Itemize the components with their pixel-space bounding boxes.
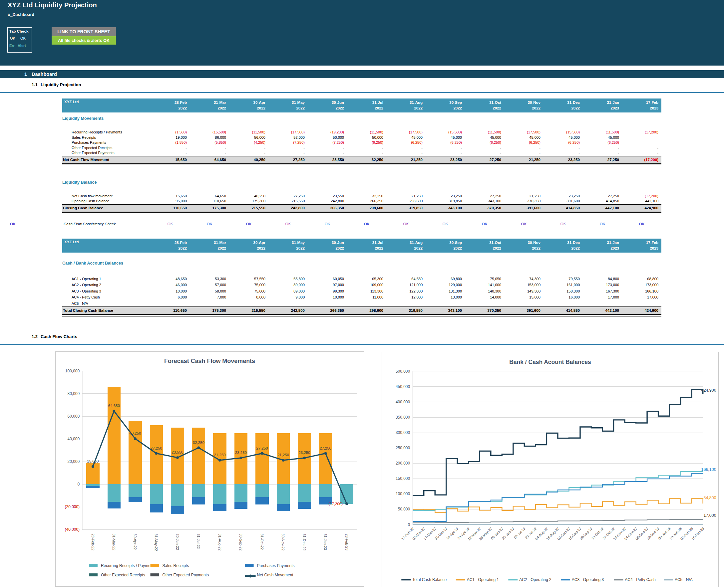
divider-rule (0, 344, 724, 345)
cell: 10,000 (150, 288, 190, 294)
forecast-cash-flow-chart: Forecast Cash Flow Movements100,00080,00… (55, 351, 364, 587)
table-row: AC2 - Operating 246,00057,00075,00089,00… (62, 282, 661, 288)
cell: 141,000 (465, 282, 504, 288)
bank-cash-balances-chart: Bank / Cash Acount Balances500,000450,00… (382, 352, 719, 587)
cell: 56,000 (229, 135, 268, 141)
cell: 65,300 (347, 276, 386, 282)
column-header: 31-Jul2022 (347, 99, 386, 112)
column-header: 28-Feb2022 (150, 238, 190, 253)
cell: 9,000 (268, 294, 308, 300)
svg-text:84,800: 84,800 (703, 496, 716, 500)
cell: 23,250 (426, 156, 465, 163)
column-header: 31-Mar2022 (190, 99, 229, 112)
cell: 45,000 (386, 135, 426, 141)
svg-text:23,550: 23,550 (172, 450, 183, 454)
cell: 55,800 (268, 276, 308, 282)
cell: 121,000 (386, 282, 426, 288)
top-banner: XYZ Ltd Liquidity Projection o_Dashboard… (0, 0, 724, 66)
cell: 19,000 (150, 135, 190, 141)
cell: 17,000 (622, 294, 661, 300)
cell: 50,000 (347, 135, 386, 141)
svg-text:80,000: 80,000 (67, 391, 80, 396)
cell: 45,000 (426, 135, 465, 141)
cell: (11,500) (583, 130, 622, 135)
tab-check-panel: Tab Check OKOK ErrAlert (7, 27, 32, 52)
column-header: 31-Dec2022 (543, 238, 583, 253)
cell: (11,500) (347, 130, 386, 135)
table-row: Purchases Payments(1,850)(5,850)(4,250)(… (62, 140, 661, 145)
cell: - (268, 300, 308, 307)
cell: - (583, 150, 622, 156)
svg-text:07-Jul-22: 07-Jul-22 (513, 527, 526, 540)
cell: 21,250 (504, 156, 543, 163)
cell: 75,050 (465, 276, 504, 282)
svg-text:31-Oct-22: 31-Oct-22 (260, 533, 264, 550)
cell: - (268, 145, 308, 151)
column-header: 31-Aug2022 (386, 238, 426, 253)
table-row: Opening Cash Balance95,000110,650175,300… (62, 199, 661, 204)
cell: - (308, 145, 347, 151)
consistency-ok: OK (386, 221, 426, 227)
cell: - (583, 300, 622, 307)
svg-text:60,000: 60,000 (67, 414, 80, 419)
cell: 161,000 (543, 282, 583, 288)
column-header: 30-Apr2022 (229, 238, 268, 253)
cell: 319,850 (386, 307, 426, 314)
cell: (6,250) (543, 140, 583, 145)
svg-text:27,250: 27,250 (320, 446, 331, 450)
svg-text:100,000: 100,000 (65, 369, 80, 373)
svg-text:40,250: 40,250 (129, 431, 141, 435)
cell: (11,500) (465, 130, 504, 135)
cell: 175,300 (190, 205, 229, 212)
tab-check-legend: ErrAlert (9, 44, 32, 47)
liquidity-tables: XYZ Ltd28-Feb202231-Mar202230-Apr202231-… (62, 99, 661, 315)
cell: - (308, 300, 347, 307)
cell: - (386, 150, 426, 156)
svg-text:17,000: 17,000 (703, 513, 716, 518)
cell: 46,000 (150, 282, 190, 288)
consistency-flag: OK (10, 221, 16, 227)
cell: 424,900 (622, 307, 661, 314)
column-header: 31-Jan2023 (583, 99, 622, 112)
cell: 89,000 (268, 282, 308, 288)
cell: 23,550 (308, 194, 347, 199)
row-label: Purchases Payments (62, 140, 150, 145)
cell: 173,000 (583, 282, 622, 288)
cell: 343,100 (426, 307, 465, 314)
consistency-ok: OK (150, 221, 190, 227)
svg-text:AC5 - N/A: AC5 - N/A (675, 578, 693, 582)
svg-text:31-Mar-22: 31-Mar-22 (112, 533, 116, 550)
cell: 442,100 (583, 307, 622, 314)
column-header: 30-Sep2022 (426, 99, 465, 112)
svg-text:20,000: 20,000 (67, 459, 80, 464)
link-to-front-sheet-button[interactable]: LINK TO FRONT SHEET (52, 27, 116, 36)
column-header: 31-Jul2022 (347, 238, 386, 253)
cell: - (465, 145, 504, 151)
row-label: Recurring Receipts / Payments (62, 130, 150, 135)
cell: 23,250 (543, 194, 583, 199)
column-header: 31-Dec2022 (543, 99, 583, 112)
cell: 75,000 (229, 282, 268, 288)
cell: - (543, 150, 583, 156)
cell: 149,300 (504, 288, 543, 294)
svg-text:350,000: 350,000 (396, 415, 410, 420)
cell: 52,000 (268, 135, 308, 141)
table-row: AC3 - Operating 310,00058,00075,00089,00… (62, 288, 661, 294)
svg-text:250,000: 250,000 (396, 446, 410, 450)
cell: 414,850 (583, 199, 622, 204)
cell: 17,000 (583, 294, 622, 300)
cell: 215,550 (229, 205, 268, 212)
column-header: 31-Aug2022 (386, 99, 426, 112)
svg-text:64,650: 64,650 (108, 404, 120, 408)
cell: - (386, 145, 426, 151)
svg-text:Other Expected Payments: Other Expected Payments (162, 573, 209, 578)
svg-text:Total Cash Balance: Total Cash Balance (412, 578, 447, 582)
consistency-ok: OK (504, 221, 543, 227)
consistency-ok: OK (347, 221, 386, 227)
cell: (15,500) (190, 130, 229, 135)
cell: 110,650 (150, 307, 190, 314)
cell: 166,100 (622, 288, 661, 294)
legend: Recurring Receipts / PaymentsSales Recei… (89, 563, 295, 578)
table-row: AC1 - Operating 148,65053,30057,55055,80… (62, 276, 661, 282)
cell: - (347, 150, 386, 156)
